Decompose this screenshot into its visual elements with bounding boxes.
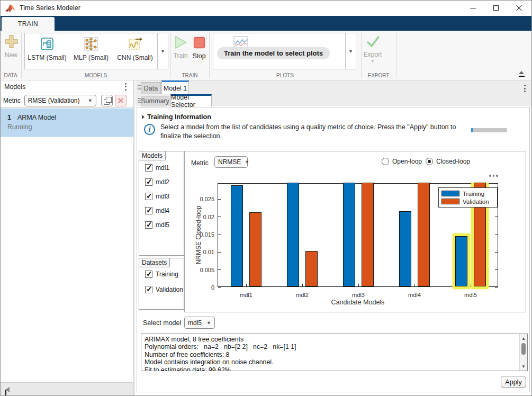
plot-area: 00.0050.010.0150.020.025mdl1mdl2mdl3mdl4… [218, 183, 498, 287]
model-report-textarea[interactable]: ARIMAX model, 8 free coefficientsPolynom… [141, 334, 528, 371]
radio-label: Open-loop [392, 158, 422, 165]
select-model-dropdown[interactable]: mdl5 ▼ [184, 317, 215, 329]
bar-training-mdl4[interactable] [399, 211, 411, 286]
checkbox-row-mdl1[interactable]: mdl1 [145, 164, 169, 172]
models-checkbox-group: Models mdl1 mdl2 mdl3 mdl4 mdl5 [139, 151, 184, 256]
close-button[interactable] [508, 0, 531, 16]
chevron-down-icon: ▼ [241, 159, 249, 165]
bar-validation-mdl1[interactable] [249, 212, 262, 286]
x-tick-mark [358, 284, 359, 286]
document-tab-menu-button[interactable] [522, 83, 527, 94]
bar-training-mdl2[interactable] [287, 183, 299, 286]
new-button[interactable]: New [3, 34, 19, 59]
window-title: Time Series Modeler [20, 4, 80, 12]
mdl5-checkbox[interactable] [145, 221, 152, 229]
legend-swatch [441, 191, 459, 196]
model-item-index: 1 [7, 114, 11, 121]
train-button[interactable]: Train [173, 35, 188, 59]
open-loop-radio[interactable] [382, 158, 389, 165]
report-scrollbar[interactable]: ▲ ▼ [519, 334, 527, 371]
open-loop-radio-row[interactable]: Open-loop [382, 158, 422, 165]
model-list-item[interactable]: 1ARMA Model Running [0, 109, 133, 137]
datasets-checkbox-group: Datasets Training Validation [139, 258, 184, 310]
message-line: Select a model from the list of candidat… [160, 123, 456, 131]
models-gallery-dropdown-button[interactable]: ▾ [157, 33, 168, 69]
checkbox-label: mdl4 [156, 207, 169, 214]
checkbox-label: mdl2 [156, 178, 169, 186]
stop-button[interactable]: Stop [191, 37, 207, 60]
bar-training-mdl1[interactable] [231, 185, 243, 286]
models-section-label: MODELS [21, 73, 170, 78]
tab-summary[interactable]: Summary [141, 96, 169, 106]
training-checkbox[interactable] [145, 271, 152, 278]
scroll-down-icon[interactable]: ▼ [520, 363, 527, 370]
chart-metric-dropdown[interactable]: NRMSE ▼ [214, 156, 248, 168]
bar-training-mdl3[interactable] [343, 183, 355, 286]
bar-training-mdl5[interactable] [455, 236, 467, 286]
training-progress-fill [471, 128, 473, 132]
gallery-item-cnn-small[interactable]: CNN (Small) [113, 33, 157, 69]
export-section-label: EXPORT [361, 73, 396, 78]
mdl3-checkbox[interactable] [145, 193, 152, 200]
mdl2-checkbox[interactable] [145, 178, 152, 186]
chart-options-button[interactable] [489, 175, 498, 177]
checkbox-row-mdl3[interactable]: mdl3 [145, 193, 169, 200]
tab-data[interactable]: Data [141, 82, 161, 94]
scrollbar-thumb[interactable] [521, 343, 526, 355]
metric-dropdown[interactable]: RMSE (Validation) ▼ [24, 95, 96, 106]
plots-gallery-dropdown-button[interactable]: ▾ [345, 33, 356, 69]
titlebar: Time Series Modeler [0, 0, 532, 16]
y-tick-mark [495, 252, 498, 253]
checkbox-row-mdl2[interactable]: mdl2 [145, 178, 169, 186]
export-button[interactable]: Export ▾ [363, 35, 382, 64]
tab-model-1[interactable]: Model 1 [161, 80, 189, 94]
mdl1-checkbox[interactable] [145, 164, 152, 172]
x-tick-label: mdl3 [337, 292, 380, 298]
legend-label: Validation [463, 199, 489, 205]
ribbon-toolbar: New DATA LSTM (Small) [0, 31, 532, 80]
models-panel-menu-button[interactable] [123, 82, 128, 92]
closed-loop-radio[interactable] [426, 158, 433, 165]
collapse-panel-button[interactable] [5, 387, 10, 392]
models-panel: Models Metric RMSE (Validation) ▼ 1ARMA … [0, 80, 134, 396]
checkbox-row-mdl5[interactable]: mdl5 [145, 221, 169, 229]
validation-checkbox[interactable] [145, 286, 152, 293]
bar-validation-mdl2[interactable] [305, 251, 318, 286]
minimize-button[interactable] [461, 0, 484, 16]
bar-validation-mdl4[interactable] [418, 183, 430, 286]
mlp-network-icon [83, 36, 99, 52]
mdl4-checkbox[interactable] [145, 207, 152, 214]
collapse-ribbon-button[interactable] [517, 71, 526, 78]
checkbox-label: Validation [156, 286, 183, 293]
x-tick-label: mdl4 [393, 292, 436, 298]
checkbox-row-mdl4[interactable]: mdl4 [145, 207, 169, 214]
ribbon-tab-strip [0, 16, 532, 31]
scroll-up-icon[interactable]: ▲ [520, 335, 527, 342]
models-panel-title: Models [4, 83, 25, 91]
maximize-button[interactable] [484, 0, 508, 16]
chart-metric-label: Metric [191, 159, 209, 167]
chevron-down-icon: ▾ [161, 48, 164, 54]
bar-validation-mdl3[interactable] [362, 183, 374, 286]
model-item-name: ARMA Model [17, 114, 56, 121]
chart-legend: TrainingValidation [438, 187, 498, 208]
apply-button[interactable]: Apply [501, 376, 526, 388]
duplicate-model-button[interactable] [101, 95, 113, 106]
report-line: Number of free coefficients: 8 [145, 351, 229, 358]
gallery-item-lstm-small[interactable]: LSTM (Small) [25, 33, 69, 69]
closed-loop-radio-row[interactable]: Closed-loop [426, 158, 470, 165]
message-line: finalize the selection. [160, 132, 222, 140]
toolbar-separator [361, 32, 362, 78]
data-section-label: DATA [0, 73, 21, 78]
training-information-header[interactable]: Training Information [142, 113, 211, 121]
delete-model-button[interactable] [115, 95, 127, 106]
metric-label: Metric [3, 97, 21, 104]
train-button-label: Train [174, 52, 188, 59]
tab-train[interactable]: TRAIN [2, 17, 55, 31]
checkbox-row-training[interactable]: Training [145, 271, 178, 278]
y-tick-label: 0.005 [200, 267, 214, 273]
toolbar-separator [21, 32, 22, 78]
checkbox-row-validation[interactable]: Validation [145, 286, 183, 293]
tab-model-selector[interactable]: Model Selector [170, 94, 212, 106]
gallery-item-mlp-small[interactable]: MLP (Small) [69, 33, 113, 69]
